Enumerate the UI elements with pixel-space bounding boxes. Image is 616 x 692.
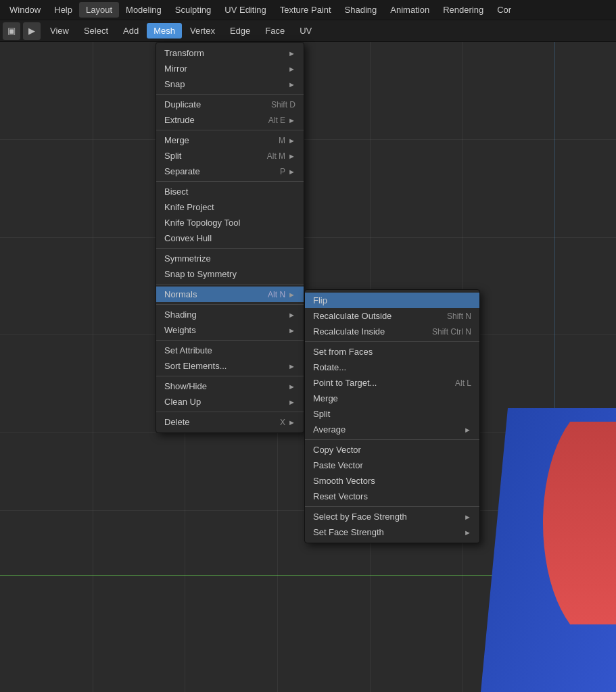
menu-rendering[interactable]: Rendering xyxy=(436,2,490,18)
arrow-icon: ► xyxy=(288,168,295,176)
cube-icon[interactable]: ▣ xyxy=(3,22,20,40)
arrow-icon: ► xyxy=(288,398,295,406)
submenu-item-select-by-face-strength[interactable]: Select by Face Strength ► xyxy=(305,509,479,524)
menu-item-weights[interactable]: Weights ► xyxy=(156,322,304,338)
menu-item-transform[interactable]: Transform ► xyxy=(156,45,304,61)
submenu-item-split[interactable]: Split xyxy=(305,406,479,422)
submenu-item-recalculate-inside[interactable]: Recalculate Inside Shift Ctrl N xyxy=(305,324,479,339)
menu-divider xyxy=(305,506,479,507)
menu-item-split[interactable]: Split Alt M ► xyxy=(156,148,304,164)
menu-help[interactable]: Help xyxy=(47,2,79,18)
menu-item-knife-project[interactable]: Knife Project xyxy=(156,199,304,215)
submenu-item-set-from-faces[interactable]: Set from Faces xyxy=(305,344,479,360)
menu-face[interactable]: Face xyxy=(258,23,291,39)
menu-item-set-attribute[interactable]: Set Attribute xyxy=(156,343,304,358)
menu-shading[interactable]: Shading xyxy=(338,2,384,18)
menu-sculpting[interactable]: Sculpting xyxy=(168,2,218,18)
menu-window[interactable]: Window xyxy=(3,2,47,18)
top-menubar: Window Help Layout Modeling Sculpting UV… xyxy=(0,0,616,20)
submenu-item-reset-vectors[interactable]: Reset Vectors xyxy=(305,489,479,504)
menu-item-extrude[interactable]: Extrude Alt E ► xyxy=(156,112,304,128)
menu-item-convex-hull[interactable]: Convex Hull xyxy=(156,230,304,246)
menu-item-show-hide[interactable]: Show/Hide ► xyxy=(156,378,304,394)
menu-divider xyxy=(156,284,304,285)
submenu-item-average[interactable]: Average ► xyxy=(305,422,479,437)
menu-modeling[interactable]: Modeling xyxy=(119,2,168,18)
submenu-item-point-to-target[interactable]: Point to Target... Alt L xyxy=(305,375,479,391)
submenu-item-rotate[interactable]: Rotate... xyxy=(305,360,479,375)
menu-divider xyxy=(156,248,304,249)
menu-view[interactable]: View xyxy=(43,23,76,39)
arrow-icon: ► xyxy=(288,80,295,89)
arrow-icon: ► xyxy=(288,326,295,335)
menu-item-mirror[interactable]: Mirror ► xyxy=(156,61,304,76)
menu-divider xyxy=(305,341,479,342)
menu-item-bisect[interactable]: Bisect xyxy=(156,184,304,199)
menu-divider xyxy=(156,412,304,412)
second-menubar: ▣ ▶ View Select Add Mesh Vertex Edge Fac… xyxy=(0,20,616,42)
menu-divider xyxy=(156,376,304,376)
menu-divider xyxy=(156,304,304,305)
cursor-icon[interactable]: ▶ xyxy=(23,22,41,40)
arrow-icon: ► xyxy=(464,528,471,537)
menu-mesh[interactable]: Mesh xyxy=(147,23,182,39)
arrow-icon: ► xyxy=(288,311,295,319)
submenu-item-merge[interactable]: Merge xyxy=(305,391,479,406)
menu-item-clean-up[interactable]: Clean Up ► xyxy=(156,394,304,410)
menu-item-sort-elements[interactable]: Sort Elements... ► xyxy=(156,358,304,374)
arrow-icon: ► xyxy=(288,362,295,370)
menu-item-merge[interactable]: Merge M ► xyxy=(156,132,304,148)
menu-item-shading[interactable]: Shading ► xyxy=(156,307,304,322)
menu-layout[interactable]: Layout xyxy=(79,2,119,18)
menu-item-snap-symmetry[interactable]: Snap to Symmetry xyxy=(156,266,304,282)
normals-submenu: Flip Recalculate Outside Shift N Recalcu… xyxy=(304,289,480,543)
menu-add[interactable]: Add xyxy=(116,23,145,39)
arrow-icon: ► xyxy=(288,137,295,145)
menu-item-symmetrize[interactable]: Symmetrize xyxy=(156,251,304,266)
menu-item-knife-topology[interactable]: Knife Topology Tool xyxy=(156,215,304,230)
arrow-icon: ► xyxy=(464,426,471,434)
menu-cor[interactable]: Cor xyxy=(490,2,518,18)
menu-item-delete[interactable]: Delete X ► xyxy=(156,414,304,430)
menu-divider xyxy=(305,439,479,440)
menu-select[interactable]: Select xyxy=(77,23,115,39)
arrow-icon: ► xyxy=(464,513,471,521)
menu-uv[interactable]: UV xyxy=(293,23,318,39)
arrow-icon: ► xyxy=(288,116,295,124)
arrow-icon: ► xyxy=(288,382,295,391)
submenu-item-flip[interactable]: Flip xyxy=(305,293,479,308)
menu-divider xyxy=(156,181,304,182)
arrow-icon: ► xyxy=(288,291,295,299)
menu-item-separate[interactable]: Separate P ► xyxy=(156,164,304,179)
arrow-icon: ► xyxy=(288,152,295,160)
menu-item-normals[interactable]: Normals Alt N ► xyxy=(156,287,304,302)
mesh-dropdown-menu: Transform ► Mirror ► Snap ► Duplicate Sh… xyxy=(156,42,304,433)
menu-divider xyxy=(156,340,304,341)
arrow-icon: ► xyxy=(288,418,295,426)
menu-uv-editing[interactable]: UV Editing xyxy=(218,2,273,18)
submenu-item-smooth-vectors[interactable]: Smooth Vectors xyxy=(305,473,479,489)
menu-edge[interactable]: Edge xyxy=(223,23,257,39)
arrow-icon: ► xyxy=(288,49,295,57)
submenu-item-copy-vector[interactable]: Copy Vector xyxy=(305,442,479,458)
menu-divider xyxy=(156,130,304,130)
submenu-item-recalculate-outside[interactable]: Recalculate Outside Shift N xyxy=(305,308,479,324)
menu-divider xyxy=(156,94,304,95)
menu-animation[interactable]: Animation xyxy=(383,2,436,18)
arrow-icon: ► xyxy=(288,65,295,73)
submenu-item-set-face-strength[interactable]: Set Face Strength ► xyxy=(305,524,479,540)
menu-vertex[interactable]: Vertex xyxy=(183,23,222,39)
menu-item-duplicate[interactable]: Duplicate Shift D xyxy=(156,97,304,112)
submenu-item-paste-vector[interactable]: Paste Vector xyxy=(305,458,479,473)
menu-item-snap[interactable]: Snap ► xyxy=(156,76,304,92)
menu-texture-paint[interactable]: Texture Paint xyxy=(273,2,338,18)
